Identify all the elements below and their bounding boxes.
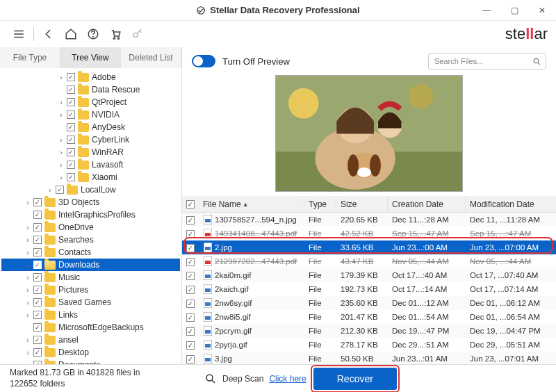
- tree-checkbox[interactable]: ✓: [33, 298, 42, 307]
- deepscan-link[interactable]: Click here: [269, 374, 306, 384]
- expand-icon[interactable]: ›: [24, 274, 32, 281]
- expand-icon[interactable]: ›: [24, 236, 32, 244]
- tab-tree-view[interactable]: Tree View: [60, 47, 121, 68]
- tree-checkbox[interactable]: ✓: [67, 173, 75, 181]
- file-row[interactable]: ✓2.jpgFile33.65 KBJun 23...:00 AMJun 23,…: [182, 240, 556, 254]
- tree-checkbox[interactable]: ✓: [33, 223, 42, 231]
- tree-node[interactable]: ✓AnyDesk: [1, 121, 180, 133]
- expand-icon[interactable]: ⌄: [24, 261, 32, 269]
- preview-toggle[interactable]: [192, 55, 215, 67]
- file-checkbox[interactable]: ✓: [186, 216, 195, 224]
- file-row[interactable]: ✓2nw8i5.gifFile201.47 KBDec 01...:54 AMD…: [182, 310, 556, 324]
- menu-icon[interactable]: [8, 24, 29, 44]
- expand-icon[interactable]: ›: [24, 336, 32, 344]
- file-checkbox[interactable]: ✓: [186, 258, 195, 266]
- tree-node[interactable]: ›✓WinRAR: [1, 146, 180, 158]
- file-checkbox[interactable]: ✓: [186, 230, 195, 238]
- tree-checkbox[interactable]: ✓: [67, 148, 75, 156]
- tree-node[interactable]: ›✓OneDrive: [1, 221, 180, 234]
- tab-file-type[interactable]: File Type: [0, 47, 60, 68]
- tree-node[interactable]: ›✓Contacts: [1, 246, 180, 259]
- tree-node[interactable]: ›✓LocalLow: [1, 183, 180, 196]
- expand-icon[interactable]: ›: [57, 74, 65, 81]
- tree-checkbox[interactable]: ✓: [33, 236, 42, 244]
- tree-checkbox[interactable]: ✓: [67, 98, 75, 106]
- folder-tree[interactable]: ›✓Adobe✓Data Rescue›✓QtProject›✓NVIDIA✓A…: [0, 68, 181, 364]
- file-row[interactable]: ✓2kai0m.gifFile179.39 KBOct 17...:40 AMO…: [182, 268, 556, 282]
- expand-icon[interactable]: ›: [24, 311, 32, 319]
- tree-node[interactable]: ›✓Links: [1, 309, 180, 321]
- file-checkbox[interactable]: ✓: [186, 313, 195, 322]
- file-row[interactable]: ✓2nw6sy.gifFile235.60 KBDec 01...:12 AMD…: [182, 296, 556, 310]
- file-row[interactable]: ✓2pcrym.gifFile212.30 KBDec 19...:47 PMD…: [182, 324, 556, 338]
- tree-checkbox[interactable]: ✓: [67, 73, 75, 81]
- tree-checkbox[interactable]: ✓: [33, 211, 42, 219]
- tree-node[interactable]: ›✓CyberLink: [1, 133, 180, 146]
- tree-node[interactable]: ›✓Desktop: [1, 346, 180, 359]
- tree-checkbox[interactable]: ✓: [33, 198, 42, 206]
- tree-node[interactable]: ›✓Documents: [1, 359, 180, 364]
- file-checkbox[interactable]: ✓: [186, 300, 195, 308]
- file-row[interactable]: ✓3.jpgFile50.50 KBJun 23...:01 AMJun 23,…: [182, 352, 556, 364]
- tree-checkbox[interactable]: ✓: [33, 248, 42, 256]
- col-type[interactable]: Type: [304, 196, 336, 212]
- file-row[interactable]: ✓2kaich.gifFile192.73 KBOct 17...:14 AMO…: [182, 282, 556, 296]
- tree-checkbox[interactable]: ✓: [67, 123, 75, 131]
- search-input[interactable]: Search Files...: [428, 53, 546, 70]
- file-row[interactable]: ✓212987202...47443.pdfFile43.47 KBNov 05…: [182, 254, 556, 268]
- file-row[interactable]: ✓130758527...594_n.jpgFile220.65 KBDec 1…: [182, 213, 556, 227]
- expand-icon[interactable]: ›: [24, 286, 32, 294]
- tree-checkbox[interactable]: ✓: [67, 111, 75, 119]
- expand-icon[interactable]: ›: [57, 149, 65, 156]
- key-icon[interactable]: [127, 24, 148, 44]
- back-icon[interactable]: [38, 24, 59, 44]
- file-checkbox[interactable]: ✓: [186, 341, 195, 350]
- tree-node[interactable]: ›✓ansel: [1, 334, 180, 346]
- file-checkbox[interactable]: ✓: [186, 355, 195, 364]
- tree-checkbox[interactable]: ✓: [33, 323, 42, 332]
- col-file-name[interactable]: File Name: [203, 199, 241, 209]
- tree-node[interactable]: ›✓Music: [1, 271, 180, 284]
- file-list[interactable]: ✓130758527...594_n.jpgFile220.65 KBDec 1…: [182, 213, 556, 364]
- expand-icon[interactable]: ›: [24, 224, 32, 231]
- tree-node[interactable]: ›✓Searches: [1, 234, 180, 246]
- tree-node[interactable]: ›✓Adobe: [1, 71, 180, 83]
- file-checkbox[interactable]: ✓: [186, 272, 195, 280]
- expand-icon[interactable]: ›: [57, 161, 65, 169]
- file-checkbox[interactable]: ✓: [186, 244, 195, 252]
- expand-icon[interactable]: ›: [57, 99, 65, 106]
- expand-icon[interactable]: ›: [24, 249, 32, 256]
- expand-icon[interactable]: ›: [46, 186, 54, 194]
- recover-button[interactable]: Recover: [313, 368, 397, 390]
- col-size[interactable]: Size: [336, 196, 388, 212]
- tree-checkbox[interactable]: ✓: [67, 85, 75, 94]
- tree-node[interactable]: ›✓Saved Games: [1, 296, 180, 309]
- expand-icon[interactable]: ›: [24, 299, 32, 307]
- col-creation-date[interactable]: Creation Date: [388, 196, 466, 212]
- expand-icon[interactable]: ›: [24, 349, 32, 357]
- tree-node[interactable]: ›✓Xiaomi: [1, 171, 180, 183]
- tree-checkbox[interactable]: ✓: [67, 136, 75, 144]
- tree-node[interactable]: ›✓Lavasoft: [1, 158, 180, 171]
- cart-icon[interactable]: [105, 24, 126, 44]
- expand-icon[interactable]: ›: [57, 174, 65, 181]
- file-checkbox[interactable]: ✓: [186, 286, 195, 294]
- tree-checkbox[interactable]: ✓: [33, 261, 42, 269]
- tree-node[interactable]: ›✓3D Objects: [1, 196, 180, 209]
- tree-node[interactable]: ⌄✓Downloads: [1, 259, 180, 271]
- file-checkbox[interactable]: ✓: [186, 327, 195, 336]
- tree-checkbox[interactable]: ✓: [67, 161, 75, 169]
- tree-node[interactable]: ✓Data Rescue: [1, 83, 180, 96]
- home-icon[interactable]: [60, 24, 81, 44]
- minimize-button[interactable]: —: [473, 0, 500, 21]
- tab-deleted-list[interactable]: Deleted List: [121, 47, 181, 68]
- tree-checkbox[interactable]: ✓: [33, 311, 42, 319]
- tree-node[interactable]: ✓IntelGraphicsProfiles: [1, 209, 180, 221]
- tree-node[interactable]: ›✓NVIDIA: [1, 108, 180, 121]
- select-all-checkbox[interactable]: ✓: [186, 200, 195, 209]
- file-row[interactable]: ✓149341408...47443.pdfFile42.52 KBSep 15…: [182, 227, 556, 240]
- tree-node[interactable]: ›✓QtProject: [1, 96, 180, 108]
- tree-checkbox[interactable]: ✓: [33, 273, 42, 281]
- col-modification-date[interactable]: Modification Date: [466, 196, 556, 212]
- expand-icon[interactable]: ›: [57, 136, 65, 144]
